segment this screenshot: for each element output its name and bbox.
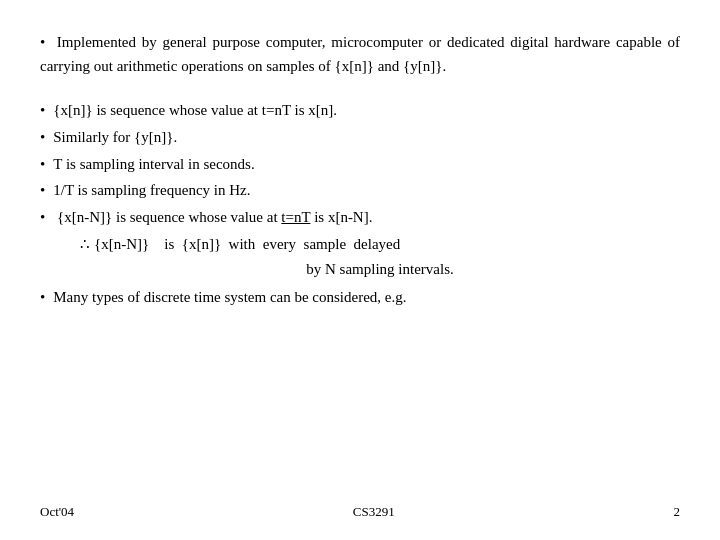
indent-line-1: ∴{x[n-N]} is {x[n]} with every sample de… — [80, 232, 680, 257]
slide-footer: Oct'04 CS3291 2 — [40, 498, 680, 520]
intro-text: Implemented by general purpose computer,… — [40, 34, 680, 74]
bullet-list: • {x[n]} is sequence whose value at t=nT… — [40, 98, 680, 310]
bullet-intro: • — [40, 34, 57, 50]
bullet-symbol: • — [40, 285, 45, 310]
underline-text: t=nT — [281, 209, 310, 225]
bullet-text-2: Similarly for {y[n]}. — [53, 125, 680, 150]
list-item: • T is sampling interval in seconds. — [40, 152, 680, 177]
bullet-text-4: 1/T is sampling frequency in Hz. — [53, 178, 680, 203]
indent-block: ∴{x[n-N]} is {x[n]} with every sample de… — [80, 232, 680, 282]
footer-left: Oct'04 — [40, 504, 74, 520]
list-item: • {x[n-N]} is sequence whose value at t=… — [40, 205, 680, 230]
slide-container: • Implemented by general purpose compute… — [0, 0, 720, 540]
list-item: • {x[n]} is sequence whose value at t=nT… — [40, 98, 680, 123]
bullet-symbol: • — [40, 178, 45, 203]
list-item: • Similarly for {y[n]}. — [40, 125, 680, 150]
bullet-symbol: • — [40, 205, 45, 230]
indent-line-2: by N sampling intervals. — [80, 257, 680, 282]
intro-paragraph: • Implemented by general purpose compute… — [40, 30, 680, 78]
bullet-text-1: {x[n]} is sequence whose value at t=nT i… — [53, 98, 680, 123]
bullet-text-5: {x[n-N]} is sequence whose value at t=nT… — [53, 205, 680, 230]
bullet-text-3: T is sampling interval in seconds. — [53, 152, 680, 177]
bullet-symbol: • — [40, 98, 45, 123]
content-area: • Implemented by general purpose compute… — [40, 30, 680, 498]
list-item: • Many types of discrete time system can… — [40, 285, 680, 310]
footer-center: CS3291 — [353, 504, 395, 520]
list-item: • 1/T is sampling frequency in Hz. — [40, 178, 680, 203]
bullet-symbol: • — [40, 125, 45, 150]
bullet-symbol: • — [40, 152, 45, 177]
therefore-symbol: ∴ — [80, 232, 90, 257]
bullet-text-last: Many types of discrete time system can b… — [53, 285, 680, 310]
footer-right: 2 — [674, 504, 681, 520]
